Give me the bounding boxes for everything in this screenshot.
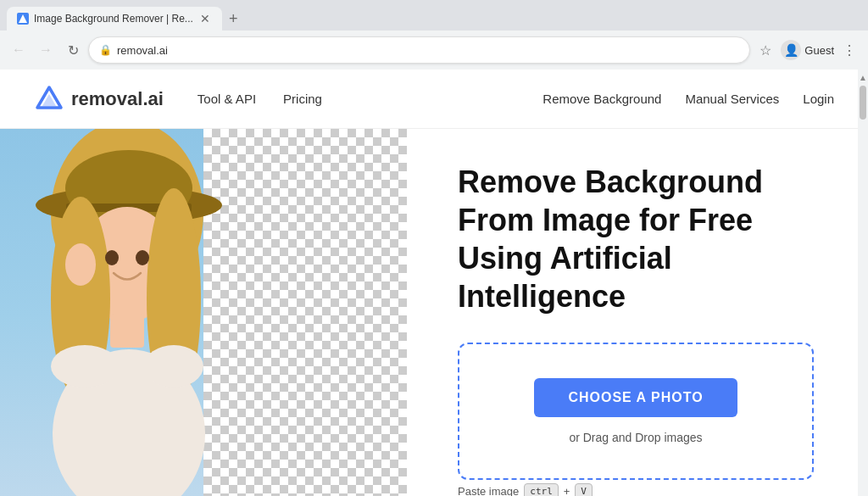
nav-left-links: Tool & API Pricing bbox=[198, 92, 542, 106]
tab-bar: Image Background Remover | Re... ✕ + bbox=[0, 0, 868, 31]
hero-title: Remove Background From Image for Free Us… bbox=[458, 163, 826, 315]
choose-photo-button[interactable]: CHOOSE A PHOTO bbox=[534, 378, 737, 417]
nav-right-links: Remove Background Manual Services Login bbox=[542, 92, 834, 106]
browser-menu-button[interactable]: ⋮ bbox=[837, 38, 861, 62]
ctrl-key: ctrl bbox=[524, 483, 559, 496]
scrollbar-up-arrow[interactable]: ▲ bbox=[859, 73, 867, 82]
browser-chrome: Image Background Remover | Re... ✕ + ← →… bbox=[0, 0, 868, 70]
nav-tool-api[interactable]: Tool & API bbox=[198, 92, 256, 106]
tab-title: Image Background Remover | Re... bbox=[34, 13, 193, 25]
address-bar[interactable]: 🔒 removal.ai bbox=[88, 36, 750, 64]
paste-row: Paste image ctrl + V bbox=[458, 483, 826, 496]
browser-controls: ← → ↻ 🔒 removal.ai ☆ 👤 Guest ⋮ bbox=[0, 31, 868, 70]
svg-point-14 bbox=[105, 250, 119, 265]
paste-label: Paste image bbox=[458, 485, 519, 496]
url-text: removal.ai bbox=[117, 44, 739, 57]
upload-area[interactable]: CHOOSE A PHOTO or Drag and Drop images bbox=[458, 343, 814, 480]
scrollbar-thumb[interactable] bbox=[860, 86, 866, 120]
tab-close-icon[interactable]: ✕ bbox=[198, 12, 212, 25]
svg-point-15 bbox=[136, 250, 149, 265]
logo-text: removal.ai bbox=[71, 88, 164, 110]
scrollbar[interactable]: ▲ bbox=[858, 70, 868, 496]
active-tab[interactable]: Image Background Remover | Re... ✕ bbox=[7, 7, 222, 31]
nav-pricing[interactable]: Pricing bbox=[283, 92, 322, 106]
profile-icon: 👤 bbox=[781, 40, 801, 60]
bookmark-button[interactable]: ☆ bbox=[754, 38, 777, 62]
svg-point-12 bbox=[144, 345, 203, 387]
plus-sign: + bbox=[564, 485, 570, 496]
v-key: V bbox=[575, 483, 593, 496]
nav-manual-services[interactable]: Manual Services bbox=[685, 92, 779, 106]
new-tab-button[interactable]: + bbox=[222, 10, 245, 28]
profile-button[interactable]: 👤 Guest bbox=[781, 40, 834, 60]
drag-drop-text: or Drag and Drop images bbox=[569, 431, 702, 444]
person-silhouette bbox=[0, 129, 305, 496]
nav-remove-background[interactable]: Remove Background bbox=[542, 92, 661, 106]
svg-rect-13 bbox=[110, 314, 144, 348]
lock-icon: 🔒 bbox=[99, 44, 112, 56]
hero-image bbox=[0, 129, 407, 496]
website: removal.ai Tool & API Pricing Remove Bac… bbox=[0, 70, 868, 496]
forward-button[interactable]: → bbox=[34, 38, 58, 62]
back-button[interactable]: ← bbox=[7, 38, 31, 62]
logo-icon bbox=[34, 84, 64, 114]
svg-point-11 bbox=[51, 345, 119, 387]
hero-section: Remove Background From Image for Free Us… bbox=[0, 129, 868, 496]
hero-content: Remove Background From Image for Free Us… bbox=[407, 129, 868, 496]
tab-favicon bbox=[17, 13, 29, 25]
svg-marker-0 bbox=[19, 14, 27, 23]
svg-point-16 bbox=[65, 243, 96, 286]
logo[interactable]: removal.ai bbox=[34, 84, 164, 114]
profile-label: Guest bbox=[804, 44, 834, 57]
refresh-button[interactable]: ↻ bbox=[61, 38, 85, 62]
extra-browser-buttons: ☆ 👤 Guest ⋮ bbox=[754, 38, 861, 62]
navbar: removal.ai Tool & API Pricing Remove Bac… bbox=[0, 70, 868, 129]
nav-login[interactable]: Login bbox=[803, 92, 834, 106]
